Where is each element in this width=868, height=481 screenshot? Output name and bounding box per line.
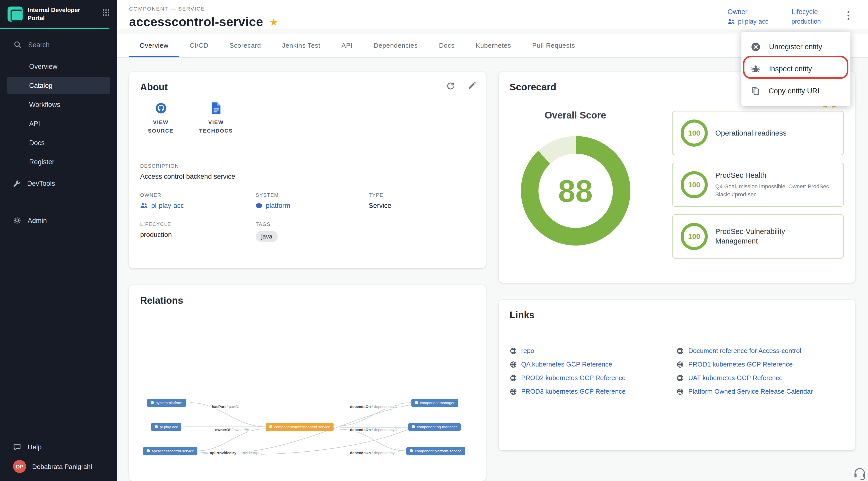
owner-label: Owner [727, 8, 768, 15]
more-options-button[interactable] [844, 9, 853, 24]
type-field: TYPE Service [369, 192, 474, 209]
link-repo[interactable]: repo [509, 347, 677, 354]
graph-node-system-platform[interactable]: system:platform [147, 398, 186, 407]
overall-score: Overall Score 88 [509, 110, 641, 259]
group-icon [727, 19, 735, 25]
owner-value-link[interactable]: pl-play-acc [140, 201, 256, 209]
globe-icon [677, 388, 684, 395]
tab-overview[interactable]: Overview [129, 34, 179, 57]
sidebar-item-workflows[interactable]: Workflows [7, 96, 110, 113]
node-icon [410, 449, 413, 452]
node-icon [415, 401, 418, 404]
links-card: Links repo QA kubernetes GCP Reference [499, 300, 855, 450]
description-value: Access control backend service [140, 172, 474, 180]
favorite-star-icon[interactable] [269, 17, 278, 27]
gear-icon [13, 216, 21, 224]
tab-docs[interactable]: Docs [429, 34, 465, 57]
app-window: Internal Developer Portal Search Overvie… [0, 0, 868, 481]
app-logo [7, 6, 23, 22]
link-release-calendar[interactable]: Platform Owned Service Release Calendar [677, 388, 844, 395]
tab-api[interactable]: API [331, 34, 363, 57]
edit-pencil-icon[interactable] [467, 81, 476, 91]
help-chat-icon [13, 443, 21, 451]
globe-icon [509, 361, 517, 368]
system-value-link[interactable]: platform [256, 201, 369, 209]
about-card: About VIEW [129, 72, 486, 268]
cancel-icon [751, 42, 761, 52]
lifecycle-value: production [792, 18, 821, 25]
app-title: Internal Developer Portal [28, 6, 97, 22]
page-title: accesscontrol-service [129, 14, 263, 29]
scorecard-item-prodsec-vulnerability[interactable]: 100 ProdSec-Vulnerability Management [672, 214, 844, 259]
copy-icon [751, 86, 760, 95]
link-uat-kubernetes[interactable]: UAT kubernetes GCP Reference [677, 374, 844, 382]
score-ring: 100 [681, 171, 708, 198]
github-icon [154, 102, 167, 115]
node-icon [269, 425, 272, 428]
node-icon [412, 425, 415, 428]
sidebar-item-catalog[interactable]: Catalog [7, 77, 110, 94]
tab-dependencies[interactable]: Dependencies [363, 34, 429, 57]
sidebar-item-admin[interactable]: Admin [7, 212, 110, 229]
type-value: Service [369, 201, 474, 209]
lifecycle-value: production [140, 231, 256, 238]
user-name: Debabrata Panigrahi [32, 463, 92, 470]
tab-kubernetes[interactable]: Kubernetes [465, 34, 522, 57]
entity-kind-breadcrumb: COMPONENT — SERVICE [129, 5, 278, 11]
link-prod3-kubernetes[interactable]: PROD3 kubernetes GCP Reference [509, 388, 677, 395]
graph-node-component-accesscontrol-service[interactable]: component:accesscontrol-service [266, 422, 334, 431]
graph-node-pl-play-acc[interactable]: pl-play-acc [151, 422, 182, 431]
sidebar-item-devtools[interactable]: DevTools [7, 175, 110, 192]
edge-label-dependson-3: dependsOn / dependencyOf [349, 450, 400, 455]
relations-graph[interactable]: system:platform pl-play-acc api:accessco… [129, 285, 486, 481]
graph-node-api-accesscontrol-service[interactable]: api:accesscontrol-service [143, 447, 197, 455]
view-source-link[interactable]: VIEW SOURCE [140, 102, 181, 135]
scorecard-item-prodsec-health[interactable]: 100 ProdSec HealthQ4 Goal, mission impos… [672, 163, 844, 207]
graph-node-component-manager[interactable]: component:manager [411, 398, 458, 407]
accent-divider [0, 28, 109, 29]
refresh-icon[interactable] [445, 81, 455, 91]
sidebar-item-overview[interactable]: Overview [7, 58, 110, 75]
globe-icon [677, 361, 684, 368]
tab-scorecard[interactable]: Scorecard [219, 34, 272, 57]
tag-chip-java[interactable]: java [256, 231, 278, 242]
menu-item-copy-entity-url[interactable]: Copy entity URL [741, 80, 850, 102]
user-profile[interactable]: DP Debabrata Panigrahi [0, 457, 117, 476]
page-content: About VIEW [117, 58, 868, 481]
owner-link[interactable]: pl-play-acc [727, 18, 768, 25]
link-prod2-kubernetes[interactable]: PROD2 kubernetes GCP Reference [509, 374, 677, 382]
edge-label-haspart: hasPart / partOf [210, 404, 241, 409]
view-techdocs-link[interactable]: VIEW TECHDOCS [195, 102, 237, 135]
search-icon [13, 41, 22, 49]
tab-pull-requests[interactable]: Pull Requests [522, 34, 586, 57]
links-title: Links [509, 310, 844, 321]
tab-cicd[interactable]: CI/CD [179, 34, 219, 57]
menu-item-inspect-entity[interactable]: Inspect entity [741, 58, 850, 80]
sidebar: Internal Developer Portal Search Overvie… [0, 0, 117, 481]
sidebar-search[interactable]: Search [0, 36, 117, 53]
link-prod1-kubernetes[interactable]: PROD1 kubernetes GCP Reference [677, 360, 844, 368]
sidebar-item-register[interactable]: Register [7, 153, 110, 170]
support-headset-icon[interactable] [853, 467, 867, 481]
apps-grid-icon[interactable] [102, 8, 110, 19]
techdocs-icon [211, 102, 221, 115]
graph-node-component-platform-service[interactable]: component:platform-service [406, 447, 465, 455]
wrench-icon [13, 180, 21, 187]
globe-icon [677, 374, 684, 381]
tab-jenkins-test[interactable]: Jenkins Test [272, 34, 331, 57]
search-label: Search [28, 41, 50, 49]
sidebar-nav: Overview Catalog Workflows API Docs Regi… [0, 58, 117, 170]
sidebar-header: Internal Developer Portal [0, 0, 117, 28]
link-qa-kubernetes[interactable]: QA kubernetes GCP Reference [509, 360, 677, 368]
owner-field: OWNER pl-play-acc [140, 192, 256, 209]
graph-node-component-ng-manager[interactable]: component:ng-manager [408, 422, 460, 431]
score-ring: 100 [681, 120, 708, 147]
edge-label-dependson-1: dependsOn / dependencyOf [349, 404, 400, 409]
tags-field: TAGS java [256, 221, 369, 242]
menu-item-unregister-entity[interactable]: Unregister entity [741, 36, 850, 58]
sidebar-item-docs[interactable]: Docs [7, 134, 110, 151]
sidebar-item-api[interactable]: API [7, 115, 110, 132]
scorecard-item-operational-readiness[interactable]: 100 Operational readiness [672, 111, 844, 155]
sidebar-item-help[interactable]: Help [7, 438, 110, 455]
link-document-reference[interactable]: Document reference for Access-control [677, 347, 844, 354]
